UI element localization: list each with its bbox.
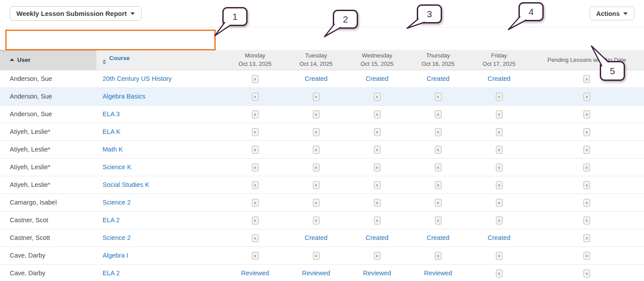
lesson-status-link[interactable]: Created xyxy=(427,234,450,241)
status-cell: x xyxy=(530,140,644,158)
course-link[interactable]: ELA 2 xyxy=(103,216,120,224)
user-name-cell: Cave, Darby xyxy=(0,247,96,264)
no-lesson-icon: x xyxy=(374,181,381,189)
user-name-cell: Atiyeh, Leslie* xyxy=(0,140,96,158)
no-lesson-icon: x xyxy=(313,110,320,118)
no-lesson-icon: x xyxy=(583,252,590,260)
lesson-status-link[interactable]: Created xyxy=(488,75,511,82)
sort-ascending-icon xyxy=(10,58,14,61)
no-lesson-icon: x xyxy=(252,146,259,154)
top-bar: Weekly Lesson Submission Report Actions xyxy=(0,0,644,27)
course-link[interactable]: Science 2 xyxy=(103,234,131,241)
status-cell: x xyxy=(347,176,408,194)
user-name-cell: Camargo, Isabel xyxy=(0,194,96,211)
status-cell: x xyxy=(408,211,469,229)
status-cell: x xyxy=(530,194,644,211)
column-header-day-tuesday: TuesdayOct 14, 2025 xyxy=(286,50,347,70)
no-lesson-icon: x xyxy=(374,216,381,224)
table-row: Camargo, IsabelScience 2xxxxxx xyxy=(0,194,644,211)
course-cell: Algebra Basics xyxy=(96,87,225,105)
status-cell: x xyxy=(408,140,469,158)
course-link[interactable]: ELA K xyxy=(103,128,120,135)
no-lesson-icon: x xyxy=(496,270,503,277)
no-lesson-icon: x xyxy=(374,252,381,260)
no-lesson-icon: x xyxy=(435,163,442,171)
status-cell: x xyxy=(225,194,286,211)
actions-button[interactable]: Actions xyxy=(590,7,634,20)
status-cell: x xyxy=(225,140,286,158)
lesson-status-link[interactable]: Created xyxy=(366,75,389,82)
status-cell: x xyxy=(225,123,286,140)
course-cell: Social Studies K xyxy=(96,176,225,194)
no-lesson-icon: x xyxy=(496,110,503,118)
no-lesson-icon: x xyxy=(496,199,503,207)
weekly-lesson-submission-report-page: Weekly Lesson Submission Report Actions … xyxy=(0,0,644,281)
table-row: Atiyeh, Leslie*Math Kxxxxxx xyxy=(0,140,644,158)
no-lesson-icon: x xyxy=(374,110,381,118)
status-cell: x xyxy=(347,211,408,229)
course-link[interactable]: Science 2 xyxy=(103,199,131,206)
course-cell: 20th Century US History xyxy=(96,70,225,87)
status-cell: x xyxy=(469,264,530,281)
user-name-cell: Atiyeh, Leslie* xyxy=(0,176,96,194)
no-lesson-icon: x xyxy=(496,216,503,224)
status-cell: x xyxy=(408,87,469,105)
callout-number: 4 xyxy=(518,2,544,21)
no-lesson-icon: x xyxy=(313,146,320,154)
table-row: Anderson, Sue20th Century US HistoryxCre… xyxy=(0,70,644,87)
lesson-status-link[interactable]: Reviewed xyxy=(302,270,330,277)
lesson-status-link[interactable]: Created xyxy=(366,234,389,241)
status-cell: x xyxy=(286,140,347,158)
status-cell: x xyxy=(286,211,347,229)
column-header-day-wednesday: WednesdayOct 15, 2025 xyxy=(347,50,408,70)
course-link[interactable]: Social Studies K xyxy=(103,181,149,188)
status-cell: Reviewed xyxy=(225,264,286,281)
status-cell: x xyxy=(530,211,644,229)
user-name-cell: Cave, Darby xyxy=(0,264,96,281)
course-link[interactable]: Science K xyxy=(103,163,131,171)
course-link[interactable]: Math K xyxy=(103,146,123,153)
no-lesson-icon: x xyxy=(583,163,590,171)
status-cell: x xyxy=(530,70,644,87)
status-cell: x xyxy=(286,194,347,211)
lesson-status-link[interactable]: Created xyxy=(305,75,328,82)
no-lesson-icon: x xyxy=(252,93,259,101)
course-cell: Math K xyxy=(96,140,225,158)
status-cell: x xyxy=(408,247,469,264)
no-lesson-icon: x xyxy=(435,146,442,154)
status-cell: x xyxy=(530,158,644,176)
no-lesson-icon: x xyxy=(252,234,259,242)
callout-number: 1 xyxy=(222,7,248,26)
column-header-course[interactable]: Course xyxy=(96,50,225,70)
column-header-user[interactable]: User xyxy=(0,50,96,70)
course-link[interactable]: Algebra Basics xyxy=(103,93,145,100)
status-cell: x xyxy=(225,229,286,247)
lesson-status-link[interactable]: Reviewed xyxy=(241,270,269,277)
course-link[interactable]: ELA 3 xyxy=(103,110,120,118)
no-lesson-icon: x xyxy=(252,199,259,207)
lesson-status-link[interactable]: Reviewed xyxy=(424,270,452,277)
table-row: Castner, ScottScience 2xCreatedCreatedCr… xyxy=(0,229,644,247)
lesson-status-link[interactable]: Created xyxy=(427,75,450,82)
chevron-down-icon xyxy=(130,12,135,15)
course-cell: Science 2 xyxy=(96,229,225,247)
lesson-status-link[interactable]: Created xyxy=(305,234,328,241)
actions-label: Actions xyxy=(596,10,620,17)
no-lesson-icon: x xyxy=(374,163,381,171)
report-type-dropdown[interactable]: Weekly Lesson Submission Report xyxy=(10,6,141,21)
user-name-cell: Anderson, Sue xyxy=(0,105,96,123)
course-link[interactable]: Algebra I xyxy=(103,252,128,259)
course-cell: Algebra I xyxy=(96,247,225,264)
no-lesson-icon: x xyxy=(252,181,259,189)
status-cell: Created xyxy=(408,70,469,87)
column-header-pending: Pending Lessons with No Date xyxy=(530,50,644,70)
no-lesson-icon: x xyxy=(374,128,381,136)
lesson-status-link[interactable]: Reviewed xyxy=(363,270,391,277)
no-lesson-icon: x xyxy=(313,216,320,224)
no-lesson-icon: x xyxy=(374,146,381,154)
status-cell: x xyxy=(469,105,530,123)
status-cell: x xyxy=(408,105,469,123)
lesson-status-link[interactable]: Created xyxy=(488,234,511,241)
course-link[interactable]: ELA 2 xyxy=(103,270,120,277)
course-link[interactable]: 20th Century US History xyxy=(103,75,171,82)
